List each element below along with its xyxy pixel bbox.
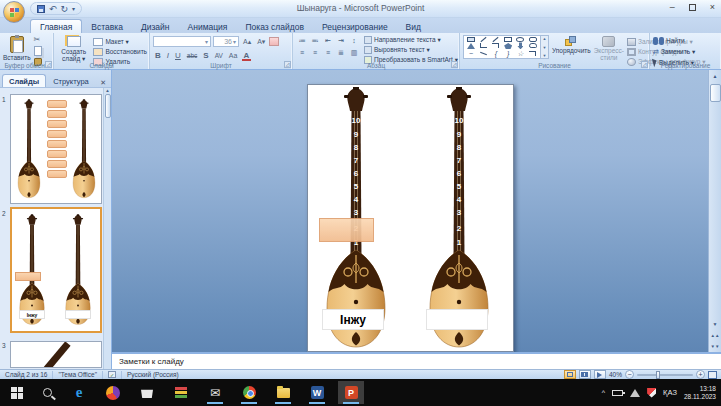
battery-icon[interactable] [612, 390, 623, 396]
slides-panel-scrollbar[interactable]: ▲ [103, 88, 111, 369]
scroll-thumb[interactable] [710, 84, 721, 102]
text-shadow-button[interactable]: S [201, 50, 210, 61]
italic-button[interactable]: I [165, 50, 171, 61]
zoom-in-button[interactable]: + [696, 370, 705, 379]
language-status[interactable]: Русский (Россия) [122, 371, 184, 379]
bullets-icon[interactable]: ≔ [296, 35, 308, 45]
shapes-gallery[interactable]: ~ { } ☆ [463, 35, 541, 59]
shape-oval-icon[interactable] [516, 37, 524, 42]
slide-thumbnail-3[interactable] [10, 341, 102, 368]
font-dialog-launcher[interactable]: ◿ [284, 61, 291, 68]
copy-icon[interactable] [34, 46, 42, 56]
shape-arrow-icon[interactable] [493, 37, 499, 42]
tab-review[interactable]: Рецензирование [313, 20, 397, 33]
increase-indent-icon[interactable]: ⇥ [335, 35, 347, 45]
zoom-level[interactable]: 40% [609, 371, 622, 378]
tab-slides[interactable]: Слайды [2, 74, 46, 87]
slide-thumbnail-1[interactable] [10, 94, 102, 204]
tab-design[interactable]: Дизайн [132, 20, 179, 33]
tab-outline[interactable]: Структура [47, 75, 95, 87]
tab-view[interactable]: Вид [397, 20, 430, 33]
network-icon[interactable] [630, 389, 640, 397]
font-name-combo[interactable]: ▾ [153, 36, 211, 47]
fit-to-window-button[interactable] [708, 371, 717, 379]
shape-cloud-icon[interactable] [529, 43, 537, 48]
slideshow-button[interactable] [594, 370, 606, 379]
replace-button[interactable]: ⇄ Заменить ▾ [653, 47, 719, 56]
line-spacing-icon[interactable]: ↕ [348, 35, 360, 45]
zoom-out-button[interactable]: − [625, 370, 634, 379]
shape-rounded-rect-icon[interactable] [529, 37, 537, 42]
tab-home[interactable]: Главная [30, 19, 82, 33]
shape-brace-right-icon[interactable]: } [507, 50, 509, 57]
shape-freeform-icon[interactable] [492, 43, 499, 48]
cut-icon[interactable]: ✂ [34, 36, 42, 44]
grow-font-button[interactable]: A▴ [241, 36, 253, 47]
justify-icon[interactable]: ≣ [335, 47, 347, 57]
shape-arc-icon[interactable] [529, 51, 536, 56]
font-color-button[interactable]: A [241, 50, 251, 61]
shape-scribble-icon[interactable]: ~ [469, 50, 473, 57]
shapes-scroll-up-icon[interactable]: ▲ [543, 36, 547, 41]
tab-slideshow[interactable]: Показ слайдов [236, 20, 313, 33]
shapes-scroll-down-icon[interactable]: ▼ [543, 45, 547, 50]
character-spacing-button[interactable]: AV [213, 50, 225, 61]
shape-star-icon[interactable]: ☆ [517, 50, 523, 57]
answer-box[interactable] [319, 218, 374, 242]
zoom-slider[interactable] [637, 374, 693, 376]
taskbar-winrar[interactable] [168, 381, 194, 404]
shape-down-arrow-icon[interactable] [517, 42, 523, 49]
office-button[interactable] [3, 1, 25, 23]
slide-thumbnail-2[interactable]: Інжу [10, 207, 102, 333]
strikethrough-button[interactable]: abc [185, 50, 199, 61]
taskbar-chrome[interactable] [236, 381, 262, 404]
paragraph-dialog-launcher[interactable]: ◿ [451, 61, 458, 68]
taskbar-powerpoint[interactable]: P [338, 381, 364, 404]
shape-brace-left-icon[interactable]: { [495, 50, 497, 57]
shape-elbow-icon[interactable] [480, 43, 487, 48]
panel-close-icon[interactable]: ✕ [97, 79, 109, 87]
maximize-button[interactable] [689, 4, 696, 11]
change-case-button[interactable]: Aa [227, 50, 240, 61]
decrease-indent-icon[interactable]: ⇤ [322, 35, 334, 45]
panel-scroll-thumb[interactable] [105, 94, 111, 118]
numbering-icon[interactable]: ≕ [309, 35, 321, 45]
previous-slide-button[interactable]: ▲▲ [709, 330, 721, 341]
shapes-more-icon[interactable]: ▼ [543, 53, 547, 58]
panel-scroll-up-icon[interactable]: ▲ [105, 88, 109, 93]
clipboard-dialog-launcher[interactable]: ◿ [45, 61, 52, 68]
close-button[interactable]: × [710, 2, 715, 12]
align-left-icon[interactable]: ≡ [296, 47, 308, 57]
start-button[interactable] [4, 381, 30, 404]
language-indicator[interactable]: ҚАЗ [663, 388, 677, 397]
shape-triangle-icon[interactable] [467, 43, 475, 49]
notes-pane[interactable]: Заметки к слайду [112, 352, 721, 369]
underline-button[interactable]: U [173, 50, 183, 61]
text-direction-button[interactable]: Направление текста ▾ [364, 35, 458, 44]
taskbar-word[interactable]: W [304, 381, 330, 404]
taskbar-edge[interactable]: e [66, 381, 92, 404]
taskbar-explorer[interactable] [270, 381, 296, 404]
shrink-font-button[interactable]: A▾ [255, 36, 267, 47]
normal-view-button[interactable] [564, 370, 576, 379]
scroll-down-icon[interactable]: ▼ [709, 318, 721, 330]
taskbar-browser[interactable] [100, 381, 126, 404]
shape-select-icon[interactable] [467, 37, 475, 42]
tab-animation[interactable]: Анимация [179, 20, 237, 33]
font-size-combo[interactable]: 36 ▾ [213, 36, 239, 47]
bold-button[interactable]: B [153, 50, 163, 61]
shape-curve-icon[interactable] [480, 52, 487, 55]
shape-pentagon-icon[interactable] [504, 43, 512, 49]
next-slide-button[interactable]: ▼▼ [709, 341, 721, 352]
taskbar-search-button[interactable] [34, 381, 60, 404]
left-dombra-label[interactable]: Інжу [322, 309, 384, 330]
layout-button[interactable]: Макет ▾ [93, 37, 147, 46]
slide-sorter-button[interactable] [579, 370, 591, 379]
align-center-icon[interactable]: ≡ [309, 47, 321, 57]
right-dombra-label[interactable] [426, 309, 488, 330]
vertical-scrollbar[interactable]: ▲ ▼ ▲▲ ▼▼ [708, 70, 721, 352]
tray-expand-icon[interactable]: ^ [602, 389, 605, 396]
spellcheck-status[interactable]: ✓ [103, 371, 122, 379]
scroll-up-icon[interactable]: ▲ [709, 70, 721, 82]
minimize-button[interactable]: – [670, 2, 675, 12]
